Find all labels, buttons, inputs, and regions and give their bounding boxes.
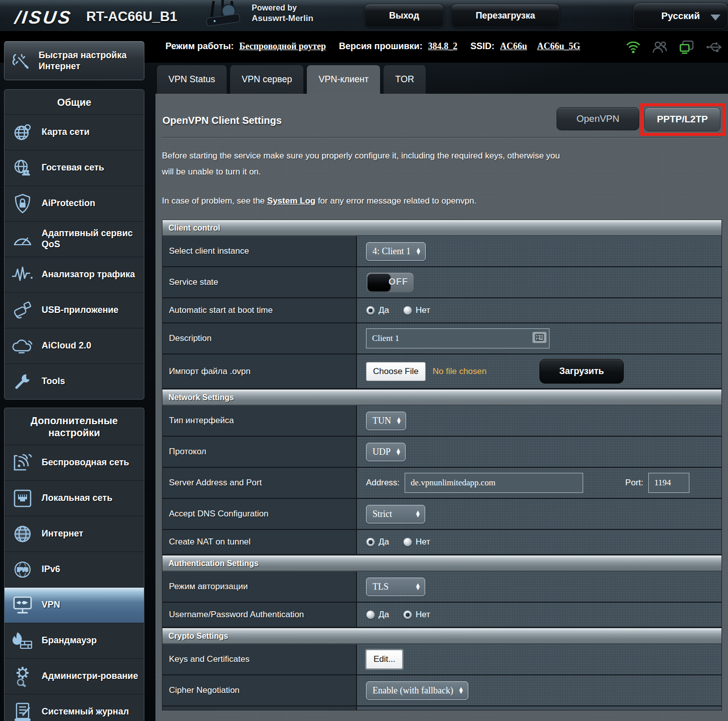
reboot-button[interactable]: Перезагрузка	[451, 4, 560, 27]
accept-dns-value: Strict	[373, 509, 392, 519]
usb-icon[interactable]	[706, 41, 723, 54]
sidebar-item-system-log[interactable]: Системный журнал	[5, 694, 144, 721]
section-header-authentication: Authentication Settings	[162, 555, 721, 572]
auto-start-yes-radio[interactable]: Да	[366, 305, 389, 315]
client-instance-select[interactable]: 4: Client 1 ▲▼	[366, 242, 426, 261]
tab-vpn-status[interactable]: VPN Status	[157, 65, 227, 94]
sidebar-item-lan[interactable]: Локальная сеть	[5, 480, 144, 516]
vpn-client-panel: OpenVPN Client Settings OpenVPN PPTP/L2T…	[155, 94, 728, 721]
upload-button[interactable]: Загрузить	[539, 359, 623, 384]
section-header-crypto: Crypto Settings	[162, 628, 721, 644]
cipher-negotiation-select[interactable]: Enable (with fallback) ▲▼	[366, 681, 468, 700]
row-select-client-instance: Select client instance 4: Client 1 ▲▼	[162, 236, 721, 267]
cloud-icon	[12, 335, 34, 357]
radio-label: Да	[379, 610, 389, 620]
wifi-icon[interactable]	[626, 40, 641, 54]
sidebar-quick-setup-button[interactable]: Быстрая настройка Интернет	[4, 41, 144, 80]
sidebar-item-internet[interactable]: Интернет	[5, 516, 144, 552]
tab-vpn-client[interactable]: VPN-клиент	[307, 65, 380, 94]
radio-dot	[403, 610, 412, 619]
sidebar-item-label: Гостевая сеть	[42, 162, 104, 173]
sidebar-item-traffic-analyzer[interactable]: Анализатор трафика	[5, 257, 144, 292]
interface-type-select[interactable]: TUN ▲▼	[366, 412, 406, 430]
sidebar-item-vpn[interactable]: VPN	[5, 587, 144, 623]
userpass-no-radio[interactable]: Нет	[403, 610, 430, 620]
protocol-select[interactable]: UDP ▲▼	[366, 443, 406, 461]
quick-setup-label: Быстрая настройка Интернет	[39, 50, 139, 72]
divider	[162, 137, 721, 138]
create-nat-yes-radio[interactable]: Да	[366, 537, 389, 547]
sidebar-item-tools[interactable]: Tools	[5, 364, 144, 399]
sidebar-item-network-map[interactable]: Карта сети	[5, 114, 144, 150]
openvpn-mode-button[interactable]: OpenVPN	[557, 107, 639, 130]
problem-text: In case of problem, see the System Log f…	[162, 196, 613, 206]
row-create-nat: Create NAT on tunnel Да Нет	[162, 530, 721, 555]
contact-card-icon[interactable]	[532, 332, 547, 343]
port-label: Port:	[625, 478, 643, 488]
sidebar-item-label: Адаптивный сервис QoS	[42, 228, 140, 250]
radio-label: Нет	[416, 305, 430, 315]
sidebar-item-ipv6[interactable]: IPV6 IPv6	[5, 552, 144, 587]
firmware-value-link[interactable]: 384.8_2	[428, 41, 458, 51]
router-model: RT-AC66U_B1	[86, 9, 177, 25]
radio-dot	[403, 537, 412, 547]
row-server-address-port: Server Address and Port Address: Port:	[162, 468, 721, 499]
description-input[interactable]	[366, 328, 550, 348]
devices-icon[interactable]	[679, 40, 695, 54]
sidebar-group-title: Общие	[5, 90, 144, 114]
problem-text-pre: In case of problem, see the	[162, 196, 267, 206]
radio-label: Нет	[416, 537, 430, 547]
sidebar-item-usb-application[interactable]: USB-приложение	[5, 292, 144, 328]
sidebar-item-label: IPv6	[42, 564, 60, 575]
auth-mode-select[interactable]: TLS ▲▼	[366, 578, 425, 596]
sidebar-item-label: Анализатор трафика	[42, 269, 135, 280]
waveform-icon	[12, 264, 34, 286]
system-log-link[interactable]: System Log	[267, 196, 315, 206]
sidebar-item-label: Брандмауэр	[42, 635, 97, 646]
wrench-icon	[12, 371, 34, 393]
server-address-input[interactable]	[405, 473, 583, 493]
sidebar-item-firewall[interactable]: Брандмауэр	[5, 623, 144, 658]
ssid-24-link[interactable]: AC66u	[500, 41, 527, 51]
address-label: Address:	[366, 478, 400, 488]
accept-dns-select[interactable]: Strict ▲▼	[366, 505, 425, 523]
next-row-sliver	[162, 706, 721, 710]
service-state-toggle[interactable]: OFF	[366, 272, 414, 293]
svg-text:IPV6: IPV6	[17, 567, 28, 573]
row-userpass-auth: Username/Password Authentication Да Нет	[162, 603, 721, 628]
tab-tor[interactable]: TOR	[384, 65, 426, 94]
language-selector[interactable]: Русский	[633, 3, 728, 29]
chevron-down-icon	[710, 15, 720, 21]
radio-dot	[366, 610, 375, 619]
wireless-icon	[12, 452, 34, 474]
sidebar-item-adaptive-qos[interactable]: Адаптивный сервис QoS	[5, 221, 144, 257]
mode-value-link[interactable]: Беспроводной роутер	[239, 41, 326, 51]
page-title: OpenVPN Client Settings	[162, 115, 282, 126]
edit-keys-button[interactable]: Edit...	[366, 650, 403, 669]
clients-icon[interactable]	[652, 40, 668, 54]
sidebar-group-advanced: Дополнительные настройки Беспроводная се…	[4, 408, 144, 721]
choose-file-button[interactable]: Choose File	[366, 362, 426, 381]
network-map-icon	[12, 121, 34, 143]
row-label: Service state	[162, 267, 357, 297]
sidebar-item-aicloud[interactable]: AiCloud 2.0	[5, 328, 144, 364]
select-spinner-icon: ▲▼	[416, 510, 420, 517]
router-image	[200, 0, 247, 33]
sidebar-item-aiprotection[interactable]: AiProtection	[5, 186, 144, 221]
auto-start-no-radio[interactable]: Нет	[403, 305, 430, 315]
sidebar: Быстрая настройка Интернет Общие Карта с…	[4, 41, 144, 721]
userpass-yes-radio[interactable]: Да	[366, 610, 389, 620]
globe-icon	[12, 523, 34, 545]
select-spinner-icon: ▲▼	[397, 448, 400, 455]
ssid-5g-link[interactable]: AC66u_5G	[537, 41, 580, 51]
sidebar-item-guest-network[interactable]: Гостевая сеть	[5, 150, 144, 186]
row-service-state: Service state OFF	[162, 267, 721, 298]
server-port-input[interactable]	[648, 473, 689, 493]
create-nat-no-radio[interactable]: Нет	[403, 537, 430, 547]
sidebar-item-label: Tools	[42, 376, 65, 387]
pptp-l2tp-mode-button[interactable]: PPTP/L2TP	[644, 107, 720, 131]
sidebar-item-wireless[interactable]: Беспроводная сеть	[5, 445, 144, 480]
logout-button[interactable]: Выход	[365, 4, 444, 27]
tab-vpn-server[interactable]: VPN сервер	[230, 65, 303, 94]
sidebar-item-administration[interactable]: Администри-рование	[5, 658, 144, 694]
